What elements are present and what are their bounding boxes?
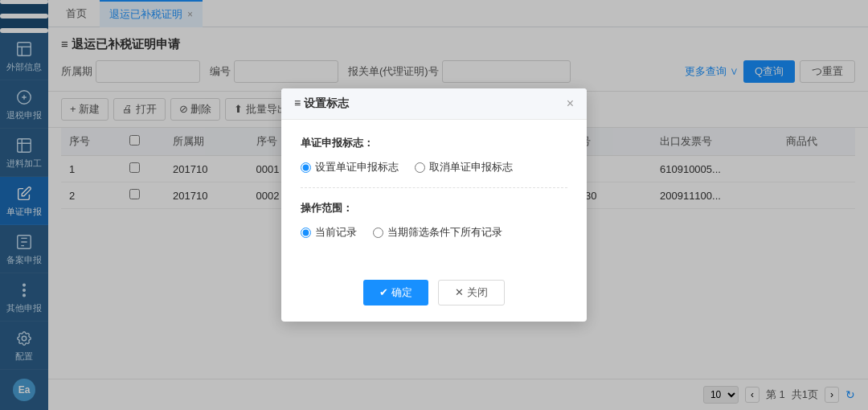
modal-overlay[interactable]: ≡ 设置标志 × 单证申报标志： 设置单证申报标志 取消单证申报标志 操作范围：… bbox=[0, 0, 868, 410]
radio-all-records-input[interactable] bbox=[373, 228, 383, 238]
radio-cancel-flag-label: 取消单证申报标志 bbox=[429, 160, 513, 174]
radio-cancel-flag-input[interactable] bbox=[415, 162, 425, 173]
modal-footer: ✔ 确定 ✕ 关闭 bbox=[281, 269, 587, 322]
section2-title: 操作范围： bbox=[301, 201, 567, 215]
section1-title: 单证申报标志： bbox=[301, 136, 567, 150]
modal-title: ≡ 设置标志 bbox=[294, 96, 349, 111]
close-modal-button[interactable]: ✕ 关闭 bbox=[438, 280, 505, 305]
modal-body: 单证申报标志： 设置单证申报标志 取消单证申报标志 操作范围： 当前记录 bbox=[281, 120, 587, 269]
radio-all-records[interactable]: 当期筛选条件下所有记录 bbox=[373, 225, 502, 240]
modal-dialog: ≡ 设置标志 × 单证申报标志： 设置单证申报标志 取消单证申报标志 操作范围：… bbox=[281, 88, 587, 322]
radio-cancel-flag[interactable]: 取消单证申报标志 bbox=[415, 160, 513, 174]
radio-set-flag-input[interactable] bbox=[301, 162, 311, 173]
radio-set-flag[interactable]: 设置单证申报标志 bbox=[301, 160, 399, 174]
radio-current-record-input[interactable] bbox=[301, 228, 311, 238]
radio-current-record[interactable]: 当前记录 bbox=[301, 225, 357, 240]
radio-set-flag-label: 设置单证申报标志 bbox=[315, 160, 399, 174]
modal-header: ≡ 设置标志 × bbox=[281, 88, 587, 120]
radio-all-records-label: 当期筛选条件下所有记录 bbox=[387, 225, 502, 240]
modal-close-icon[interactable]: × bbox=[567, 97, 574, 110]
radio-current-record-label: 当前记录 bbox=[315, 225, 357, 240]
confirm-button[interactable]: ✔ 确定 bbox=[363, 280, 428, 305]
radio-group-scope: 当前记录 当期筛选条件下所有记录 bbox=[301, 225, 567, 252]
radio-group-flag: 设置单证申报标志 取消单证申报标志 bbox=[301, 160, 567, 188]
